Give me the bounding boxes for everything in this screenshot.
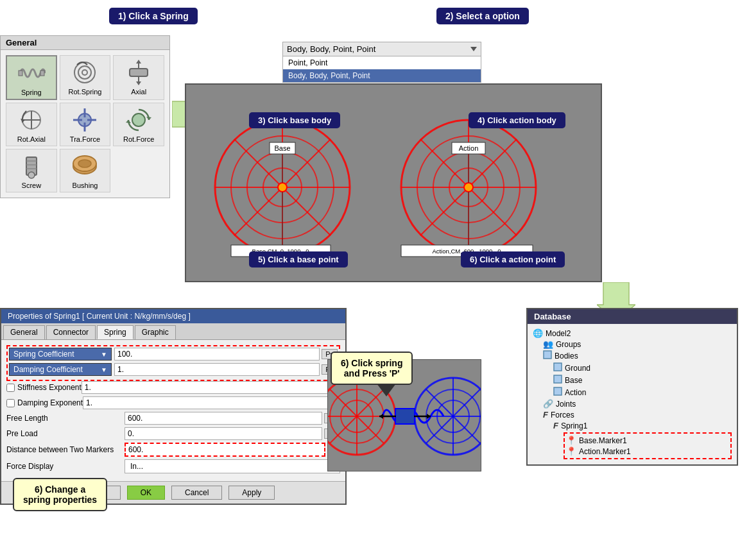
pre-load-input[interactable] — [125, 427, 322, 440]
db-node-forces[interactable]: F Forces — [543, 409, 732, 420]
damping-exp-input[interactable] — [83, 396, 340, 409]
base-marker-icon: 📍 — [566, 436, 576, 445]
dropdown-option-2[interactable]: Body, Body, Point, Point — [283, 69, 481, 82]
db-tree: 🌐 Model2 👥 Groups Bodies Ground B — [528, 324, 737, 464]
icon-rot-axial[interactable]: Rot.Axial — [6, 103, 57, 146]
svg-rect-84 — [544, 351, 551, 359]
rot-axial-icon — [17, 106, 46, 134]
db-node-base-label: Base — [565, 376, 582, 385]
step6-point-label: 6) Click a action point — [461, 251, 565, 267]
spring-icon — [17, 59, 46, 87]
icon-spring[interactable]: Spring — [6, 55, 57, 100]
db-node-base-marker[interactable]: 📍 Base.Marker1 — [566, 435, 729, 446]
damping-coeff-row: Damping Coefficient ▼ Pv — [9, 363, 338, 376]
database-panel: Database 🌐 Model2 👥 Groups Bodies Ground — [526, 308, 738, 466]
spring-coeff-dropdown[interactable]: Spring Coefficient ▼ — [9, 348, 112, 361]
cancel-button[interactable]: Cancel — [171, 486, 222, 500]
damping-exp-checkbox-wrap: Damping Exponent — [6, 398, 83, 407]
step6-spring-line2: and Press 'P' — [341, 368, 402, 378]
svg-rect-78 — [395, 409, 415, 424]
icon-grid: Spring Rot.Spring — [1, 50, 169, 198]
dialog-tabs: General Connector Spring Graphic — [1, 323, 345, 340]
svg-rect-1 — [40, 71, 44, 76]
tab-spring[interactable]: Spring — [97, 325, 133, 339]
rot-force-label: Rot.Force — [123, 135, 154, 143]
svg-rect-86 — [554, 375, 562, 383]
db-node-action-label: Action — [565, 388, 586, 397]
db-node-groups[interactable]: 👥 Groups — [543, 339, 732, 350]
db-node-action-marker[interactable]: 📍 Action.Marker1 — [566, 446, 729, 457]
db-node-joints[interactable]: 🔗 Joints — [543, 398, 732, 409]
damping-coeff-dropdown[interactable]: Damping Coefficient ▼ — [9, 363, 112, 376]
stiffness-exp-checkbox[interactable] — [6, 384, 15, 392]
db-node-ground[interactable]: Ground — [553, 362, 732, 374]
step4-label: 4) Click action body — [469, 112, 565, 128]
svg-rect-87 — [554, 387, 562, 395]
stiffness-exp-row: Stiffness Exponent — [6, 381, 340, 394]
apply-button[interactable]: Apply — [228, 486, 275, 500]
svg-rect-85 — [554, 363, 562, 371]
db-node-bodies-label: Bodies — [555, 352, 578, 361]
stiffness-exp-checkbox-wrap: Stiffness Exponent — [6, 383, 82, 392]
ok-button[interactable]: OK — [127, 486, 165, 500]
tab-graphic[interactable]: Graphic — [135, 325, 176, 339]
ground-icon — [553, 362, 562, 373]
icon-screw[interactable]: Screw — [6, 149, 57, 192]
svg-point-2 — [74, 62, 95, 83]
free-length-input[interactable] — [125, 412, 322, 425]
bubble-pointer — [377, 384, 396, 396]
groups-icon: 👥 — [543, 339, 553, 349]
svg-text:Base: Base — [274, 144, 290, 152]
dropdown-selected-value: Body, Body, Point, Point — [287, 44, 375, 54]
dropdown-option-1[interactable]: Point, Point — [283, 56, 481, 69]
stiffness-exp-input[interactable] — [82, 381, 340, 394]
dialog-body: Spring Coefficient ▼ Pv Damping Coeffici… — [1, 340, 345, 481]
model2-icon: 🌐 — [533, 328, 543, 338]
tab-connector[interactable]: Connector — [46, 325, 96, 339]
icon-bushing[interactable]: Bushing — [60, 149, 111, 192]
pre-load-row: Pre Load Pv — [6, 427, 340, 440]
damping-exp-checkbox[interactable] — [6, 399, 15, 407]
svg-point-29 — [78, 160, 91, 167]
icon-rot-spring[interactable]: Rot.Spring — [60, 55, 111, 100]
distance-input[interactable] — [125, 443, 325, 457]
screw-label: Screw — [22, 182, 42, 189]
distance-row: Distance between Two Markers R — [6, 443, 340, 457]
icon-axial[interactable]: Axial — [113, 55, 164, 100]
step6-change-line1: 6) Change a — [23, 484, 97, 495]
rot-force-icon — [125, 106, 153, 134]
tra-force-icon — [71, 106, 99, 134]
svg-point-26 — [28, 172, 35, 178]
axial-icon — [125, 58, 153, 87]
svg-marker-83 — [377, 384, 396, 396]
icon-tra-force[interactable]: Tra.Force — [60, 103, 111, 146]
step3-label: 3) Click base body — [249, 112, 340, 128]
db-node-model2[interactable]: 🌐 Model2 — [533, 328, 732, 339]
damping-coeff-label: Damping Coefficient — [13, 365, 83, 374]
step2-label: 2) Select a option — [436, 8, 529, 24]
bushing-label: Bushing — [73, 182, 98, 189]
dialog-title: Properties of Spring1 [ Current Unit : N… — [1, 309, 345, 323]
step6-spring-bubble: 6) Click spring and Press 'P' — [331, 352, 413, 385]
bodies-icon — [543, 350, 552, 361]
dropdown-area: Body, Body, Point, Point Point, Point Bo… — [282, 42, 481, 83]
icon-rot-force[interactable]: Rot.Force — [113, 103, 164, 146]
properties-dialog: Properties of Spring1 [ Current Unit : N… — [0, 308, 347, 505]
damping-exp-label: Damping Exponent — [17, 398, 83, 407]
db-node-bodies[interactable]: Bodies — [543, 350, 732, 362]
tab-general[interactable]: General — [3, 325, 45, 339]
damping-exp-row: Damping Exponent — [6, 396, 340, 409]
db-node-ground-label: Ground — [565, 364, 590, 373]
general-panel: General Spring Rot. — [0, 35, 170, 198]
spring-coeff-input[interactable] — [114, 348, 320, 361]
force-display-select[interactable]: In... — [125, 459, 340, 473]
db-node-action[interactable]: Action — [553, 386, 732, 398]
step5-label: 5) Click a base point — [249, 251, 348, 267]
action-marker-icon: 📍 — [566, 446, 576, 456]
spring-coeff-label: Spring Coefficient — [13, 350, 74, 359]
db-node-base[interactable]: Base — [553, 374, 732, 386]
db-node-forces-label: Forces — [551, 411, 574, 420]
dropdown-header[interactable]: Body, Body, Point, Point — [283, 42, 481, 56]
db-node-spring1[interactable]: F Spring1 — [553, 420, 732, 431]
damping-coeff-input[interactable] — [114, 363, 320, 376]
